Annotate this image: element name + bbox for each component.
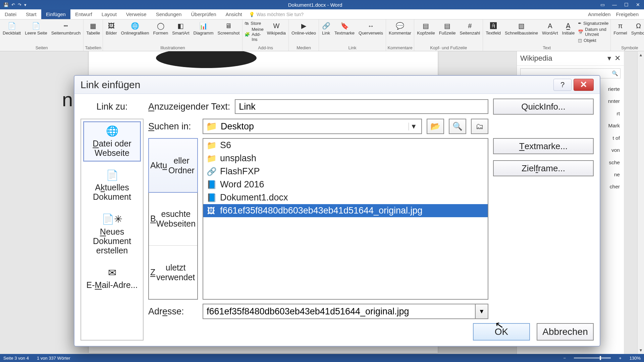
redo-icon[interactable]: ↷ — [18, 2, 21, 7]
object-button[interactable]: ◫Objekt — [578, 38, 608, 43]
dialog-close-button[interactable]: ✕ — [574, 79, 594, 91]
quickparts-button[interactable]: ▧Schnellbausteine — [504, 21, 539, 36]
tab-einfuegen[interactable]: Einfügen — [41, 9, 70, 19]
dropcap-button[interactable]: A̲Initiale — [561, 21, 576, 36]
close-window-icon[interactable]: ✕ — [636, 2, 640, 7]
zoom-in-icon[interactable]: + — [619, 356, 622, 361]
browse-tabs: Aktueller Ordner Besuchte Webseiten Zule… — [148, 138, 198, 300]
linktype-email[interactable]: ✉ E-Mail-Adre... — [83, 263, 141, 294]
ok-button[interactable]: OK — [473, 323, 530, 341]
quickinfo-button[interactable]: QuickInfo... — [493, 99, 594, 115]
blank-page-button[interactable]: 📄Leere Seite — [24, 21, 48, 36]
zoom-out-icon[interactable]: − — [564, 356, 566, 361]
file-name: Dokument1.docx — [220, 192, 288, 203]
symbol-button[interactable]: ΩSymbol — [631, 21, 644, 36]
header-button[interactable]: ▤Kopfzeile — [416, 21, 435, 36]
shapes-button[interactable]: ◯Formen — [152, 21, 169, 36]
dialog-help-button[interactable]: ? — [553, 79, 572, 91]
pagenum-button[interactable]: #Seitenzahl — [459, 21, 481, 36]
signin-link[interactable]: Anmelden — [588, 11, 611, 17]
linktype-file-web[interactable]: 🌐 Datei oder Webseite — [83, 121, 141, 162]
tell-me-search[interactable]: Was möchten Sie tun? — [249, 12, 304, 17]
equation-button[interactable]: πFormel — [613, 21, 628, 36]
tab-verweise[interactable]: Verweise — [121, 9, 151, 19]
footer-button[interactable]: ▤Fußzeile — [438, 21, 457, 36]
link-button[interactable]: 🔗Link — [321, 21, 331, 36]
signature-line-button[interactable]: ✒Signaturzeile — [578, 21, 608, 26]
tab-layout[interactable]: Layout — [97, 9, 121, 19]
tab-datei[interactable]: Datei — [0, 9, 21, 19]
table-button[interactable]: ▦Tabelle — [86, 21, 101, 36]
browse-tab-browsed[interactable]: Besuchte Webseiten — [149, 192, 197, 246]
share-link[interactable]: Freigeben — [616, 11, 639, 17]
zoom-slider[interactable] — [574, 357, 611, 359]
file-type-icon: 🖼 — [207, 206, 216, 216]
doc-text-fragment: n — [62, 88, 73, 111]
target-frame-button[interactable]: Zielframe... — [493, 160, 594, 176]
page-break-button[interactable]: ┅Seitenumbruch — [51, 21, 81, 36]
wordart-button[interactable]: AWordArt — [541, 21, 558, 36]
file-item[interactable]: 🔗FlashFXP — [203, 165, 488, 178]
chart-button[interactable]: 📊Diagramm — [193, 21, 214, 36]
file-item[interactable]: 📁S6 — [203, 139, 488, 152]
status-zoom[interactable]: 130% — [630, 356, 641, 361]
address-value: f661ef35f8480db603eb43eb41d51644_origina… — [203, 304, 475, 318]
group-tables: Tabellen — [84, 45, 103, 51]
file-item[interactable]: 📁unsplash — [203, 152, 488, 165]
status-words[interactable]: 1 von 337 Wörter — [37, 356, 70, 361]
store-button[interactable]: 🛍Store — [245, 21, 263, 26]
smartart-button[interactable]: ◧SmartArt — [171, 21, 190, 36]
ribbon-options-icon[interactable]: ▭ — [600, 2, 605, 7]
vertical-scrollbar[interactable]: ▲▼ — [637, 51, 644, 354]
new-document-icon: 📄✳ — [102, 214, 122, 225]
online-pictures-button[interactable]: 🌐Onlinegrafiken — [120, 21, 150, 36]
address-dropdown-icon[interactable]: ▼ — [475, 304, 488, 318]
linktype-new-doc[interactable]: 📄✳ Neues Dokument erstellen — [83, 209, 141, 259]
bookmark-target-button[interactable]: Textmarke... — [493, 138, 594, 154]
tab-start[interactable]: Start — [21, 9, 41, 19]
wikipedia-button[interactable]: WWikipedia — [266, 21, 286, 36]
linktype-current-doc[interactable]: 📄 Aktuelles Dokument — [83, 166, 141, 206]
folder-icon: 📁 — [206, 121, 217, 132]
window-title: Dokument1.docx - Word — [30, 2, 600, 8]
textbox-button[interactable]: 🅰Textfeld — [485, 21, 501, 36]
group-headerfooter: Kopf- und Fußzeile — [414, 45, 483, 51]
file-item[interactable]: 📘Dokument1.docx — [203, 191, 488, 204]
browse-file-button[interactable]: 🗂 — [471, 119, 488, 134]
address-combo[interactable]: f661ef35f8480db603eb43eb41d51644_origina… — [203, 304, 488, 319]
pane-options-icon[interactable]: ▾ — [607, 54, 611, 63]
group-symbols: Symbole — [611, 45, 644, 51]
pictures-button[interactable]: 🖼Bilder — [105, 21, 117, 36]
bookmark-button[interactable]: 🔖Textmarke — [334, 21, 355, 36]
save-icon[interactable]: 💾 — [3, 2, 9, 7]
file-item[interactable]: 🖼f661ef35f8480db603eb43eb41d51644_origin… — [203, 204, 488, 217]
up-folder-button[interactable]: 📂 — [427, 119, 444, 134]
maximize-icon[interactable]: ☐ — [624, 2, 629, 7]
date-time-button[interactable]: 📅Datum und Uhrzeit — [578, 27, 608, 37]
file-item[interactable]: 📘Word 2016 — [203, 178, 488, 191]
tab-sendungen[interactable]: Sendungen — [151, 9, 186, 19]
tab-entwurf[interactable]: Entwurf — [70, 9, 97, 19]
file-list[interactable]: 📁S6📁unsplash🔗FlashFXP📘Word 2016📘Dokument… — [203, 138, 488, 300]
screenshot-button[interactable]: 🖥Screenshot — [217, 21, 240, 36]
my-addins-button[interactable]: 🧩Meine Add-Ins — [245, 27, 263, 42]
minimize-icon[interactable]: — — [612, 2, 617, 7]
status-page[interactable]: Seite 3 von 4 — [3, 356, 29, 361]
search-in-combo[interactable]: 📁 Desktop ▼ — [203, 119, 422, 134]
tab-ueberpruefen[interactable]: Überprüfen — [186, 9, 221, 19]
pane-close-icon[interactable]: ✕ — [614, 54, 621, 63]
browse-web-button[interactable]: 🔍 — [449, 119, 466, 134]
display-text-input[interactable] — [235, 99, 488, 114]
qat-dropdown-icon[interactable]: ▾ — [24, 2, 26, 7]
cancel-button[interactable]: Abbrechen — [537, 323, 594, 341]
online-video-button[interactable]: ▶Online-video — [291, 21, 317, 36]
display-text-label: nzuzeigender Text: — [154, 102, 230, 112]
browse-tab-recent[interactable]: Zuletzt verwendet — [149, 246, 197, 299]
comment-button[interactable]: 💬Kommentar — [388, 21, 412, 36]
browse-tab-current[interactable]: Aktueller Ordner — [148, 138, 198, 193]
cover-page-button[interactable]: 📄Deckblatt — [2, 21, 21, 36]
undo-icon[interactable]: ↶ — [11, 2, 15, 7]
tab-ansicht[interactable]: Ansicht — [221, 9, 247, 19]
store-icon: 🛍 — [245, 21, 249, 26]
crossref-button[interactable]: ↔Querverweis — [358, 21, 384, 36]
